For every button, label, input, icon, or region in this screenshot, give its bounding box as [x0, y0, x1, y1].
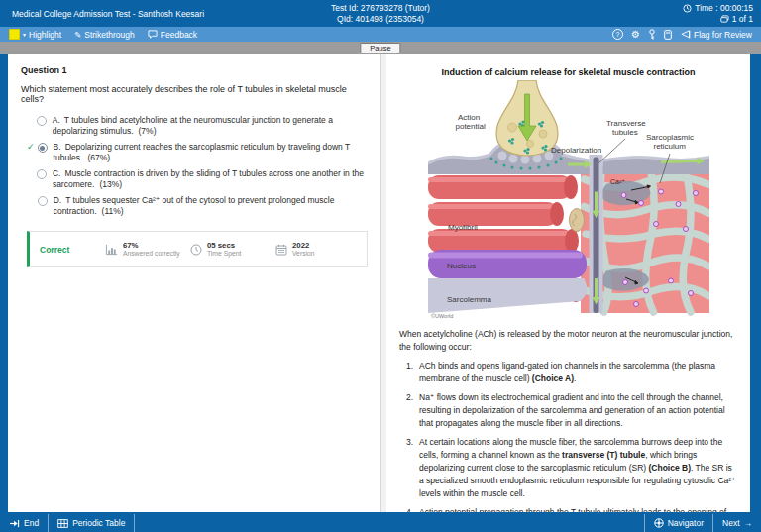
stat-label: Time Spent — [207, 250, 242, 258]
help-icon: ? — [612, 29, 623, 40]
option-a-radio[interactable] — [37, 116, 47, 126]
label-transverse-2: tubules — [612, 128, 638, 137]
next-label: Next — [722, 518, 739, 528]
top-bar: Medical College Admission Test - Santhos… — [0, 0, 761, 27]
strikethrough-button[interactable]: ✎ Strikethrough — [74, 30, 135, 40]
option-a[interactable]: A.T tubules bind acetylcholine at the ne… — [21, 115, 368, 136]
calculator-icon — [664, 30, 672, 40]
option-c-text: C.Muscle contraction is driven by the sl… — [53, 168, 368, 189]
bar-chart-icon — [105, 244, 118, 256]
clock-icon — [683, 4, 692, 13]
pencil-icon: ✎ — [74, 30, 81, 40]
calcium-release-diagram-image: Action potential Depolarization Transver… — [428, 80, 709, 320]
explanation-intro: When acetylcholine (ACh) is released by … — [399, 328, 737, 354]
option-b-text: B.Depolarizing current reaches the sarco… — [54, 142, 368, 162]
image-copyright: ©UWorld — [431, 313, 453, 319]
test-info: Test Id: 276793278 (Tutor) QId: 401498 (… — [331, 3, 430, 24]
lab-values-button[interactable] — [648, 29, 656, 40]
muscle-diagram: Action potential Depolarization Transver… — [428, 80, 709, 324]
settings-button[interactable]: ⚙ — [631, 30, 640, 40]
explanation-item-2: 2. Na⁺ flows down its electrochemical gr… — [399, 391, 737, 430]
page-indicator: 1 of 1 — [732, 14, 753, 25]
correct-check-icon: ✓ — [27, 142, 38, 152]
label-transverse-1: Transverse — [606, 119, 646, 128]
option-c-radio[interactable] — [37, 169, 47, 179]
pages-icon — [720, 15, 729, 23]
periodic-table-icon — [57, 519, 68, 528]
end-button[interactable]: End — [0, 514, 49, 532]
end-label: End — [24, 518, 39, 528]
timer-text: Time : 00:00:15 — [695, 3, 753, 14]
feedback-button[interactable]: Feedback — [148, 30, 197, 40]
highlight-label: Highlight — [29, 30, 61, 40]
explanation-item-4: 4. Action potential propagation through … — [399, 506, 737, 512]
top-right-info: Time : 00:00:15 1 of 1 — [683, 3, 753, 24]
navigator-label: Navigator — [668, 518, 704, 528]
label-nucleus: Nucleus — [447, 262, 476, 270]
explanation-item-1: 1. ACh binds and opens ligand-gated ion … — [399, 360, 737, 385]
calculator-button[interactable] — [664, 30, 672, 40]
calendar-icon — [275, 244, 287, 256]
help-button[interactable]: ? — [612, 29, 623, 40]
flag-for-review-button[interactable]: Flag for Review — [680, 30, 752, 40]
flag-label: Flag for Review — [694, 30, 752, 40]
explanation-text: When acetylcholine (ACh) is released by … — [399, 328, 737, 512]
option-d[interactable]: D.T tubules sequester Ca²⁺ out of the cy… — [21, 195, 368, 216]
result-stats-box: Correct 67%Answered correctly 05 secsTim… — [27, 231, 368, 267]
question-panel: Question 1 Which statement most accurate… — [8, 54, 381, 512]
clock-icon — [190, 244, 202, 256]
bottom-bar: End Periodic Table Navigator Next → — [0, 514, 761, 532]
stat-time-spent: 05 secsTime Spent — [190, 241, 275, 258]
exam-title: Medical College Admission Test - Santhos… — [12, 9, 204, 19]
stat-value: 2022 — [292, 241, 315, 250]
question-heading: Question 1 — [21, 65, 368, 75]
stat-answered-correctly: 67%Answered correctly — [105, 241, 190, 258]
option-d-text: D.T tubules sequester Ca²⁺ out of the cy… — [54, 195, 368, 216]
test-id: Test Id: 276793278 (Tutor) — [331, 3, 430, 14]
label-myofibril: Myofibril — [448, 223, 478, 232]
stat-value: 67% — [123, 241, 180, 250]
explanation-item-3: 3. At certain locations along the muscle… — [399, 436, 737, 500]
gear-icon: ⚙ — [631, 30, 640, 40]
label-calcium-ion: Ca²⁺ — [610, 178, 625, 185]
label-action-potential-1: Action — [458, 113, 480, 122]
content-area: Question 1 Which statement most accurate… — [0, 54, 761, 514]
question-id: QId: 401498 (2353054) — [331, 14, 430, 25]
stat-label: Answered correctly — [123, 250, 180, 258]
speech-bubble-icon — [148, 30, 158, 39]
next-arrow-icon: → — [744, 518, 753, 528]
highlight-color-swatch[interactable] — [9, 29, 20, 40]
lab-values-icon — [648, 29, 656, 40]
stat-version: 2022Version — [275, 241, 361, 258]
option-b-radio[interactable] — [38, 143, 48, 153]
pause-button[interactable]: Pause — [360, 43, 400, 53]
chevron-down-icon[interactable]: ▾ — [23, 32, 26, 38]
periodic-table-button[interactable]: Periodic Table — [49, 514, 135, 532]
navigator-button[interactable]: Navigator — [644, 514, 712, 532]
label-action-potential-2: potential — [455, 122, 485, 131]
end-icon — [9, 519, 20, 528]
question-stem: Which statement most accurately describe… — [21, 84, 368, 104]
label-depolarization: Depolarization — [551, 146, 601, 155]
option-c[interactable]: C.Muscle contraction is driven by the sl… — [21, 168, 368, 189]
correct-status-label: Correct — [40, 245, 105, 255]
pause-strip: Pause — [0, 42, 761, 54]
next-button[interactable]: Next → — [712, 514, 761, 532]
figure-title: Induction of calcium release for skeleta… — [399, 67, 737, 77]
toolbar: ▾ Highlight ✎ Strikethrough Feedback ? ⚙… — [0, 27, 761, 42]
feedback-label: Feedback — [161, 30, 197, 40]
flag-icon — [680, 30, 691, 39]
stat-value: 05 secs — [207, 241, 242, 250]
highlight-button[interactable]: ▾ Highlight — [9, 29, 61, 40]
periodic-table-label: Periodic Table — [72, 518, 125, 528]
label-sr-1: Sarcoplasmic — [646, 133, 694, 142]
label-sr-2: reticulum — [653, 142, 686, 151]
strikethrough-label: Strikethrough — [84, 30, 135, 40]
answer-options: A.T tubules bind acetylcholine at the ne… — [21, 115, 368, 216]
option-b[interactable]: ✓ B.Depolarizing current reaches the sar… — [21, 142, 368, 162]
option-d-radio[interactable] — [38, 196, 48, 206]
navigator-icon — [654, 518, 664, 528]
option-a-text: A.T tubules bind acetylcholine at the ne… — [53, 115, 368, 136]
explanation-panel: Induction of calcium release for skeleta… — [386, 54, 750, 512]
stat-label: Version — [292, 250, 315, 258]
